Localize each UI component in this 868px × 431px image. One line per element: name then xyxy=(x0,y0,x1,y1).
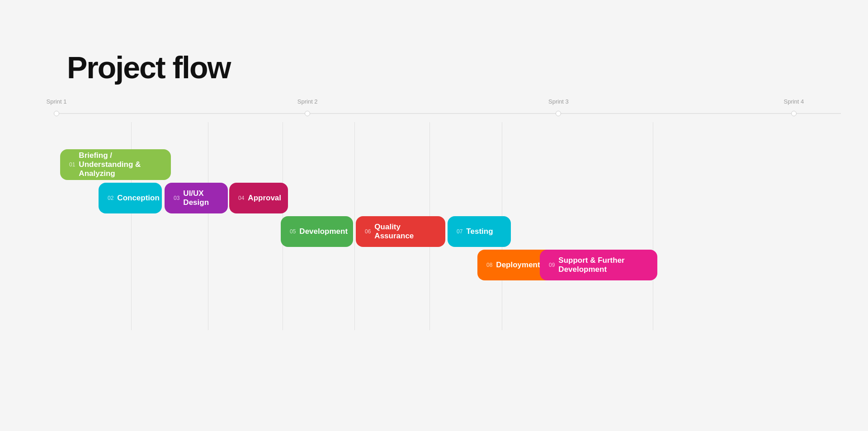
sprint-1-label: Sprint 1 xyxy=(47,98,67,105)
phase-label-05: Development xyxy=(299,227,348,236)
phase-label-06: Quality Assurance xyxy=(374,223,436,241)
phase-number-01: 01 xyxy=(69,161,75,168)
phase-number-09: 09 xyxy=(549,262,555,268)
sprint-1-dot xyxy=(54,111,59,116)
grid-line-2 xyxy=(208,122,208,330)
sprint-3-label: Sprint 3 xyxy=(548,98,569,105)
phase-label-09: Support & Further Development xyxy=(558,256,648,274)
sprint-3-dot xyxy=(556,111,561,116)
sprint-2-dot xyxy=(305,111,310,116)
sprint-marker-4: Sprint 4 xyxy=(791,111,797,116)
sprint-2-label: Sprint 2 xyxy=(297,98,318,105)
timeline: Sprint 1 Sprint 2 Sprint 3 Sprint 4 xyxy=(57,113,841,114)
phase-card-01[interactable]: 01 Briefing / Understanding & Analyzing xyxy=(60,149,171,180)
page-container: Project flow Sprint 1 Sprint 2 Sprint 3 … xyxy=(0,0,868,431)
sprint-4-label: Sprint 4 xyxy=(783,98,804,105)
phase-number-04: 04 xyxy=(238,195,244,201)
phase-label-03: UI/UX Design xyxy=(183,189,219,207)
phase-card-09[interactable]: 09 Support & Further Development xyxy=(540,250,657,280)
phase-label-08: Deployment xyxy=(496,260,540,270)
phase-number-05: 05 xyxy=(290,228,296,235)
phase-label-04: Approval xyxy=(248,194,281,203)
phase-card-06[interactable]: 06 Quality Assurance xyxy=(356,216,445,247)
phase-card-04[interactable]: 04 Approval xyxy=(229,183,288,213)
phase-card-03[interactable]: 03 UI/UX Design xyxy=(165,183,228,213)
phase-card-02[interactable]: 02 Conception xyxy=(99,183,162,213)
phase-label-07: Testing xyxy=(466,227,493,236)
phase-card-07[interactable]: 07 Testing xyxy=(448,216,511,247)
grid-line-7 xyxy=(653,122,653,330)
phase-label-01: Briefing / Understanding & Analyzing xyxy=(79,151,162,178)
timeline-line xyxy=(57,114,841,114)
phase-number-08: 08 xyxy=(486,262,492,268)
phase-number-02: 02 xyxy=(108,195,113,201)
phase-number-06: 06 xyxy=(365,228,371,235)
grid-line-4 xyxy=(354,122,355,330)
page-title: Project flow xyxy=(67,50,230,85)
phase-label-02: Conception xyxy=(117,194,160,203)
sprint-marker-1: Sprint 1 xyxy=(54,111,59,116)
phase-number-03: 03 xyxy=(174,195,179,201)
sprint-4-dot xyxy=(791,111,797,116)
sprint-marker-2: Sprint 2 xyxy=(305,111,310,116)
phase-card-05[interactable]: 05 Development xyxy=(281,216,353,247)
sprint-marker-3: Sprint 3 xyxy=(556,111,561,116)
phase-number-07: 07 xyxy=(457,228,462,235)
